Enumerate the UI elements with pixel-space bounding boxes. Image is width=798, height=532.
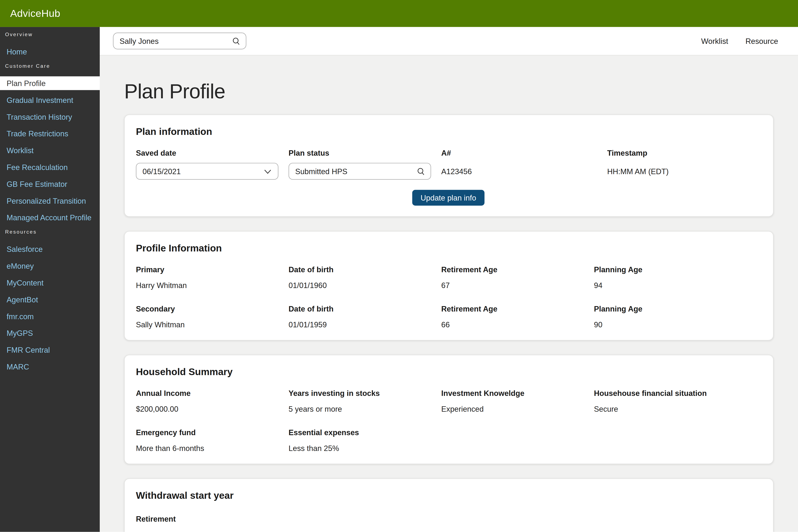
plan-information-grid: Saved date 06/15/2021 Plan status bbox=[136, 149, 761, 179]
sidebar-item-mycontent[interactable]: MyContent bbox=[0, 276, 100, 289]
update-plan-info-button[interactable]: Update plan info bbox=[413, 190, 484, 206]
timestamp-field: Timestamp HH:MM AM (EDT) bbox=[607, 149, 761, 179]
timestamp-value: HH:MM AM (EDT) bbox=[607, 163, 761, 176]
saved-date-label: Saved date bbox=[136, 149, 289, 158]
primary-values-row: Harry Whitman 01/01/1960 67 94 bbox=[136, 281, 761, 290]
sidebar-item-plan-profile[interactable]: Plan Profile bbox=[0, 76, 100, 90]
sidebar-nav-resources: Salesforce eMoney MyContent AgentBot fmr… bbox=[0, 242, 100, 374]
sidebar-item-mygps[interactable]: MyGPS bbox=[0, 326, 100, 340]
plan-status-inputbox[interactable] bbox=[289, 163, 431, 180]
app-title: AdviceHub bbox=[10, 8, 60, 19]
secondary-dob: 01/01/1959 bbox=[289, 320, 441, 329]
advicehub-app: AdviceHub Overview Home Customer Care Pl… bbox=[0, 0, 798, 532]
timestamp-label: Timestamp bbox=[607, 149, 761, 158]
account-number-value: A123456 bbox=[441, 163, 607, 176]
sidebar-item-emoney[interactable]: eMoney bbox=[0, 259, 100, 273]
dob-label: Date of birth bbox=[289, 265, 441, 274]
retirement-age-label: Retirement Age bbox=[441, 304, 594, 314]
primary-dob: 01/01/1960 bbox=[289, 281, 441, 290]
retirement-age-label: Retirement Age bbox=[441, 265, 594, 274]
primary-planning-age: 94 bbox=[594, 281, 761, 290]
profile-information-card: Profile Information Primary Date of birt… bbox=[124, 231, 774, 341]
sidebar-nav-overview: Home bbox=[0, 45, 100, 59]
sidebar-section-resources: Resources bbox=[0, 229, 100, 235]
years-investing-label: Years investing in stocks bbox=[289, 389, 441, 398]
search-icon[interactable] bbox=[416, 167, 425, 176]
sidebar-item-personalized-transition[interactable]: Personalized Transition bbox=[0, 194, 100, 208]
primary-retirement-age: 67 bbox=[441, 281, 594, 290]
sidebar-item-gb-fee-estimator[interactable]: GB Fee Estimator bbox=[0, 177, 100, 191]
secondary-labels-row: Secondary Date of birth Retirement Age P… bbox=[136, 304, 761, 314]
sidebar-item-marc[interactable]: MARC bbox=[0, 360, 100, 374]
topbar: Worklist Resource bbox=[100, 27, 798, 56]
household-values-row-1: $200,000.00 5 years or more Experienced … bbox=[136, 405, 761, 414]
chevron-down-icon bbox=[263, 166, 273, 176]
sidebar-item-gradual-investment[interactable]: Gradual Investment bbox=[0, 93, 100, 107]
secondary-values-row: Sally Whitman 01/01/1959 66 90 bbox=[136, 320, 761, 329]
plan-status-input[interactable] bbox=[295, 167, 416, 176]
household-labels-row-1: Annual Income Years investing in stocks … bbox=[136, 389, 761, 398]
household-values-row-2: More than 6-months Less than 25% bbox=[136, 444, 761, 453]
dob-label: Date of birth bbox=[289, 304, 441, 314]
sidebar-item-trade-restrictions[interactable]: Trade Restrictions bbox=[0, 127, 100, 140]
primary-labels-row: Primary Date of birth Retirement Age Pla… bbox=[136, 265, 761, 274]
sidebar-item-fmr-central[interactable]: FMR Central bbox=[0, 343, 100, 357]
years-investing-value: 5 years or more bbox=[289, 405, 441, 414]
sidebar-item-salesforce[interactable]: Salesforce bbox=[0, 242, 100, 256]
financial-situation-label: Househouse financial situation bbox=[594, 389, 761, 398]
secondary-retirement-age: 66 bbox=[441, 320, 594, 329]
essential-expenses-value: Less than 25% bbox=[289, 444, 441, 453]
page-title: Plan Profile bbox=[124, 79, 774, 103]
plan-information-card: Plan information Saved date 06/15/2021 bbox=[124, 114, 774, 217]
secondary-name: Sally Whitman bbox=[136, 320, 289, 329]
withdrawal-start-year-heading: Withdrawal start year bbox=[136, 489, 761, 502]
emergency-fund-value: More than 6-months bbox=[136, 444, 289, 453]
topbar-links: Worklist Resource bbox=[701, 37, 778, 45]
saved-date-select[interactable]: 06/15/2021 bbox=[136, 163, 279, 180]
sidebar-nav-customer-care: Plan Profile Gradual Investment Transact… bbox=[0, 76, 100, 225]
plan-information-actions: Update plan info bbox=[136, 190, 761, 206]
main-area: Worklist Resource Plan Profile Plan info… bbox=[100, 27, 798, 532]
sidebar: Overview Home Customer Care Plan Profile… bbox=[0, 27, 100, 532]
sidebar-item-agentbot[interactable]: AgentBot bbox=[0, 292, 100, 306]
saved-date-field: Saved date 06/15/2021 bbox=[136, 149, 289, 179]
planning-age-label: Planning Age bbox=[594, 304, 761, 314]
retirement-label: Retirement bbox=[136, 515, 761, 524]
sidebar-section-overview: Overview bbox=[0, 32, 100, 38]
secondary-label: Secondary bbox=[136, 304, 289, 314]
search-icon[interactable] bbox=[231, 36, 241, 45]
essential-expenses-label: Essential expenses bbox=[289, 428, 441, 437]
sidebar-item-worklist[interactable]: Worklist bbox=[0, 144, 100, 157]
content: Plan Profile Plan information Saved date… bbox=[100, 56, 798, 532]
profile-information-heading: Profile Information bbox=[136, 242, 761, 255]
secondary-planning-age: 90 bbox=[594, 320, 761, 329]
saved-date-value: 06/15/2021 bbox=[142, 167, 181, 176]
planning-age-label: Planning Age bbox=[594, 265, 761, 274]
plan-status-field: Plan status bbox=[289, 149, 441, 179]
investment-knowledge-label: Investment Knoweldge bbox=[441, 389, 594, 398]
sidebar-item-fee-recalculation[interactable]: Fee Recalculation bbox=[0, 160, 100, 174]
plan-status-label: Plan status bbox=[289, 149, 441, 158]
account-number-field: A# A123456 bbox=[441, 149, 607, 179]
sidebar-item-managed-account-profile[interactable]: Managed Account Profile bbox=[0, 211, 100, 225]
sidebar-section-customer-care: Customer Care bbox=[0, 63, 100, 69]
primary-label: Primary bbox=[136, 265, 289, 274]
search-input[interactable] bbox=[120, 37, 232, 45]
investment-knowledge-value: Experienced bbox=[441, 405, 594, 414]
account-number-label: A# bbox=[441, 149, 607, 158]
app-header: AdviceHub bbox=[0, 0, 798, 27]
client-search-box[interactable] bbox=[113, 33, 246, 50]
annual-income-value: $200,000.00 bbox=[136, 405, 289, 414]
primary-name: Harry Whitman bbox=[136, 281, 289, 290]
sidebar-item-home[interactable]: Home bbox=[0, 45, 100, 59]
household-summary-heading: Household Summary bbox=[136, 365, 761, 379]
topbar-link-resource[interactable]: Resource bbox=[745, 37, 778, 45]
household-labels-row-2: Emergency fund Essential expenses bbox=[136, 428, 761, 437]
topbar-link-worklist[interactable]: Worklist bbox=[701, 37, 728, 45]
sidebar-item-fmr-com[interactable]: fmr.com bbox=[0, 309, 100, 323]
financial-situation-value: Secure bbox=[594, 405, 761, 414]
emergency-fund-label: Emergency fund bbox=[136, 428, 289, 437]
annual-income-label: Annual Income bbox=[136, 389, 289, 398]
withdrawal-start-year-card: Withdrawal start year Retirement bbox=[124, 478, 774, 532]
sidebar-item-transaction-history[interactable]: Transaction History bbox=[0, 110, 100, 124]
